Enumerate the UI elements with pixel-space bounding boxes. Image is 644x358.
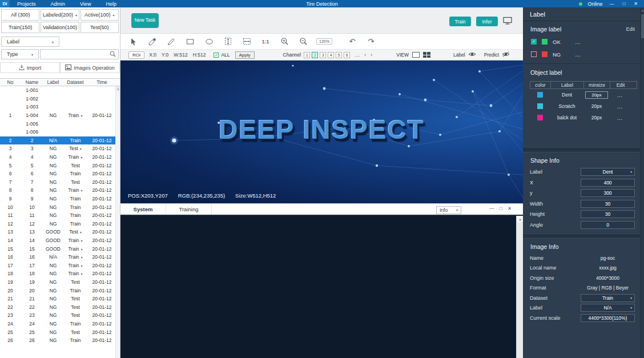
image-current-scale-input[interactable]: 4400*3300(110%) bbox=[581, 314, 635, 322]
column-header-time[interactable]: Time bbox=[88, 79, 116, 85]
panel-minimize-button[interactable]: — bbox=[489, 206, 494, 211]
search-icon[interactable] bbox=[110, 51, 116, 58]
next-image-button[interactable]: › bbox=[371, 52, 372, 58]
table-row[interactable]: 1919NGTest20-01-12 bbox=[0, 278, 120, 287]
more-options-button[interactable]: … bbox=[575, 39, 581, 45]
object-label-row[interactable]: Scratch20px… bbox=[530, 100, 637, 112]
chevron-up-icon[interactable]: ▴ bbox=[641, 7, 644, 13]
table-row[interactable]: 44NGTrain▾20-01-12 bbox=[0, 153, 120, 162]
undo-button[interactable]: ↶ bbox=[347, 36, 358, 47]
table-row[interactable]: 88NGTrain▾20-01-12 bbox=[0, 186, 120, 195]
table-row[interactable]: 1-002 bbox=[0, 95, 120, 103]
table-row[interactable]: 2020NGTrain20-01-12 bbox=[0, 286, 120, 295]
type-filter-dropdown[interactable]: Type ▾ bbox=[1, 49, 39, 59]
shape-angle-input[interactable]: 0 bbox=[581, 221, 635, 229]
maximize-button[interactable]: □ bbox=[621, 1, 627, 6]
table-row[interactable]: 33NGTest▾20-01-12 bbox=[0, 144, 120, 153]
menu-admin[interactable]: Admin bbox=[43, 1, 73, 7]
table-row[interactable]: 22N/ATrain20-01-12 bbox=[0, 136, 120, 145]
ellipse-tool-icon[interactable] bbox=[203, 36, 215, 47]
new-task-button[interactable]: New Task bbox=[131, 13, 159, 28]
channel-5-button[interactable]: 5 bbox=[336, 52, 342, 58]
images-operation-button[interactable]: Images Operation bbox=[60, 62, 120, 73]
channel-3-button[interactable]: 3 bbox=[320, 52, 326, 58]
image-label-edit-button[interactable]: Edit bbox=[626, 26, 635, 32]
eyedropper-icon[interactable] bbox=[147, 36, 158, 47]
chevron-down-icon[interactable]: ▾ bbox=[81, 114, 83, 118]
filter-all-300[interactable]: All (300) bbox=[1, 9, 39, 21]
table-row[interactable]: 2222NGTest20-01-12 bbox=[0, 303, 120, 311]
table-row[interactable]: 1818NGTrain▾20-01-12 bbox=[0, 269, 120, 278]
shape-height-input[interactable]: 30 bbox=[581, 210, 635, 218]
train-button[interactable]: Train bbox=[449, 17, 471, 26]
shape-width-input[interactable]: 30 bbox=[581, 200, 635, 208]
table-row[interactable]: 77NGTest20-01-12 bbox=[0, 178, 120, 187]
table-row[interactable]: 1-003 bbox=[0, 103, 120, 111]
chevron-down-icon[interactable]: ▾ bbox=[81, 156, 83, 159]
console-scrollbar[interactable]: ▴ bbox=[516, 216, 523, 358]
apply-button[interactable]: Apply bbox=[235, 51, 255, 59]
redo-button[interactable]: ↷ bbox=[365, 36, 377, 47]
more-options-button[interactable]: … bbox=[617, 115, 623, 121]
fit-width-icon[interactable] bbox=[241, 36, 252, 47]
tab-system[interactable]: System bbox=[120, 204, 166, 215]
table-row[interactable]: 11-004NGTrain▾20-01-12 bbox=[0, 111, 120, 120]
chevron-down-icon[interactable]: ▾ bbox=[81, 264, 83, 268]
table-row[interactable]: 1-005 bbox=[0, 119, 120, 128]
menu-help[interactable]: Help bbox=[98, 1, 124, 7]
chevron-down-icon[interactable]: ▾ bbox=[81, 256, 83, 259]
column-header-dataset[interactable]: Dataset bbox=[63, 79, 88, 85]
chevron-down-icon[interactable]: ▾ bbox=[81, 239, 83, 243]
column-header-name[interactable]: Name bbox=[21, 79, 43, 85]
minimize-button[interactable]: — bbox=[607, 1, 615, 6]
table-row[interactable]: 1010NGTrain20-01-12 bbox=[0, 203, 120, 211]
minsize-input[interactable]: 20px bbox=[585, 91, 608, 99]
table-row[interactable]: 1515GOODTrain▾20-01-12 bbox=[0, 244, 120, 253]
object-label-row[interactable]: Dent20px… bbox=[530, 89, 637, 100]
table-row[interactable]: 2626NGTrain20-01-12 bbox=[0, 336, 120, 345]
panel-maximize-button[interactable]: □ bbox=[500, 206, 502, 211]
close-button[interactable]: ✕ bbox=[632, 1, 639, 6]
image-label-row[interactable]: ✓OK… bbox=[523, 35, 644, 48]
right-panel-scrollbar[interactable]: ▴ bbox=[640, 7, 644, 358]
table-row[interactable]: 99NGTrain20-01-12 bbox=[0, 195, 120, 203]
channel-4-button[interactable]: 4 bbox=[328, 52, 334, 58]
panel-close-button[interactable]: ✕ bbox=[508, 206, 512, 211]
column-header-no[interactable]: No bbox=[0, 79, 21, 85]
filter-labeled-200[interactable]: Labeled(200)▾ bbox=[41, 9, 79, 21]
filter-train-150[interactable]: Train(150) bbox=[1, 22, 39, 33]
channel-1-button[interactable]: 1 bbox=[304, 52, 310, 58]
infer-button[interactable]: Infer bbox=[476, 17, 498, 26]
label-filter-dropdown[interactable]: Label ▾ bbox=[1, 37, 59, 47]
pen-icon[interactable] bbox=[166, 36, 177, 47]
chevron-down-icon[interactable]: ▾ bbox=[81, 272, 83, 276]
roi-button[interactable]: ROI bbox=[128, 51, 144, 59]
more-options-button[interactable]: … bbox=[575, 51, 581, 58]
more-channels-button[interactable]: … bbox=[355, 52, 360, 58]
checkbox-ok[interactable]: ✓ bbox=[531, 39, 537, 45]
table-row[interactable]: 1717NGTrain▾20-01-12 bbox=[0, 261, 120, 269]
label-visibility-toggle[interactable]: Label bbox=[453, 51, 476, 58]
more-options-button[interactable]: … bbox=[617, 92, 623, 98]
column-header-label[interactable]: Label bbox=[43, 79, 63, 85]
filter-validation-100[interactable]: Validation(100) bbox=[41, 22, 79, 33]
import-button[interactable]: Import bbox=[0, 62, 60, 73]
menu-projects[interactable]: Projects bbox=[10, 1, 43, 7]
table-row[interactable]: 66NGTrain20-01-12 bbox=[0, 170, 120, 178]
info-dropdown[interactable]: Info ▾ bbox=[436, 206, 461, 214]
view-single-icon[interactable] bbox=[412, 52, 420, 58]
scrollbar-thumb[interactable] bbox=[641, 14, 644, 38]
table-row[interactable]: 1-001 bbox=[0, 86, 120, 95]
checkbox-ng[interactable] bbox=[531, 51, 537, 57]
zoom-in-icon[interactable] bbox=[279, 36, 290, 47]
predict-visibility-toggle[interactable]: Predict bbox=[484, 51, 510, 58]
table-row[interactable]: 2525NGTest20-01-12 bbox=[0, 328, 120, 336]
chevron-down-icon[interactable]: ▾ bbox=[80, 147, 82, 151]
all-checkbox[interactable]: ✓ bbox=[214, 53, 219, 58]
table-row[interactable]: 55NGTest20-01-12 bbox=[0, 161, 120, 170]
shape-label-select[interactable]: Dent▾ bbox=[581, 168, 635, 176]
shape-x-input[interactable]: 400 bbox=[581, 179, 635, 187]
select-cursor-icon[interactable] bbox=[128, 36, 139, 47]
table-row[interactable]: 1313GOODTest▾20-01-12 bbox=[0, 228, 120, 236]
table-row[interactable]: 2323NGTest20-01-12 bbox=[0, 311, 120, 320]
